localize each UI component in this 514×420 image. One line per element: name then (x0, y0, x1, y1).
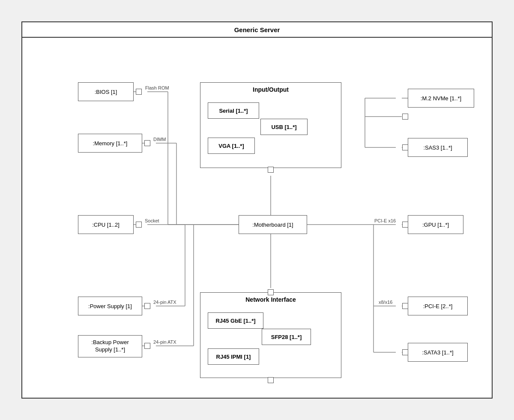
sfp28-label: SFP28 [1..*] (271, 334, 302, 340)
rj45-gbe-label: RJ45 GbE [1..*] (215, 318, 255, 324)
memory-label: :Memory [1..*] (93, 140, 128, 147)
sas3-connector (402, 144, 408, 150)
power-supply-label: :Power Supply [1] (88, 303, 132, 309)
diagram-title: Generic Server (234, 26, 280, 33)
usb-label: USB [1..*] (271, 124, 296, 130)
serial-label: Serial [1..*] (219, 108, 248, 114)
cpu-conn-label: Socket (144, 218, 160, 223)
m2-nvme-box: :M.2 NVMe [1..*] (408, 89, 474, 108)
bios-connector (136, 89, 142, 95)
pcie-label: :PCI-E [2..*] (423, 303, 453, 309)
power-connector (144, 303, 150, 309)
sas3-box: :SAS3 [1..*] (408, 138, 468, 157)
usb-box: USB [1..*] (260, 119, 308, 135)
cpu-label: :CPU [1..2] (92, 222, 120, 228)
backup-connector (144, 343, 150, 349)
power-conn-label: 24-pin ATX (152, 300, 177, 305)
network-bottom-connector (268, 377, 274, 383)
gpu-connector (402, 222, 408, 228)
rj45-ipmi-box: RJ45 IPMI [1] (208, 348, 259, 365)
bios-label: :BIOS [1] (95, 89, 117, 95)
sas3-label: :SAS3 [1..*] (423, 144, 452, 151)
x8x16-label: x8/x16 (378, 300, 393, 305)
memory-connector (144, 140, 150, 146)
pcie-box: :PCI-E [2..*] (408, 297, 468, 315)
motherboard-box: :Motherboard [1] (239, 215, 307, 234)
m2-connector (402, 114, 408, 120)
backup-power-label: :Backup PowerSupply [1..*] (91, 339, 128, 354)
sata3-box: :SATA3 [1..*] (408, 343, 468, 362)
memory-conn-label: DIMM (152, 137, 167, 142)
vga-label: VGA [1..*] (218, 143, 244, 149)
power-supply-box: :Power Supply [1] (78, 297, 142, 315)
sata3-connector (402, 349, 408, 355)
network-group-box: Network Interface RJ45 GbE [1..*] SFP28 … (200, 292, 341, 378)
rj45-gbe-box: RJ45 GbE [1..*] (208, 312, 263, 329)
io-group-box: Input/Output Serial [1..*] USB [1..*] VG… (200, 82, 341, 168)
io-bottom-connector (268, 167, 274, 173)
serial-box: Serial [1..*] (208, 102, 259, 119)
gpu-label: :GPU [1..*] (422, 222, 449, 228)
cpu-connector (136, 222, 142, 228)
backup-conn-label: 24-pin ATX (152, 339, 177, 345)
sata3-label: :SATA3 [1..*] (422, 349, 453, 356)
motherboard-label: :Motherboard [1] (252, 222, 293, 228)
rj45-ipmi-label: RJ45 IPMI [1] (216, 354, 251, 360)
memory-box: :Memory [1..*] (78, 134, 142, 153)
network-group-label: Network Interface (245, 296, 296, 303)
gpu-box: :GPU [1..*] (408, 215, 463, 234)
backup-power-box: :Backup PowerSupply [1..*] (78, 335, 142, 357)
bios-conn-label: Flash ROM (144, 85, 170, 90)
m2-nvme-label: :M.2 NVMe [1..*] (421, 95, 461, 102)
network-top-connector (268, 289, 274, 295)
cpu-box: :CPU [1..2] (78, 215, 134, 234)
vga-box: VGA [1..*] (208, 138, 255, 154)
diagram-title-bar: Generic Server (22, 22, 492, 38)
diagram-canvas: Generic Server (21, 21, 493, 399)
bios-box: :BIOS [1] (78, 82, 134, 101)
pcie-x16-label: PCI-E x16 (374, 218, 397, 223)
sfp28-box: SFP28 [1..*] (262, 329, 311, 345)
pcie-connector (402, 303, 408, 309)
io-group-label: Input/Output (253, 86, 289, 93)
